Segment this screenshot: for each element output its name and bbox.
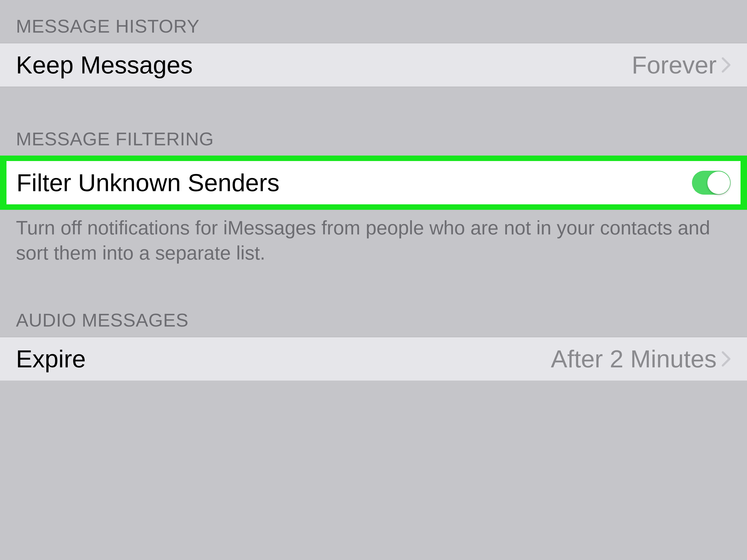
keep-messages-row[interactable]: Keep Messages Forever — [0, 43, 747, 87]
filter-unknown-highlight: Filter Unknown Senders — [0, 156, 747, 210]
section-header-audio-messages: AUDIO MESSAGES — [0, 266, 747, 337]
chevron-right-icon — [721, 350, 731, 367]
section-header-message-filtering: MESSAGE FILTERING — [0, 87, 747, 156]
expire-value: After 2 Minutes — [551, 345, 717, 373]
keep-messages-label: Keep Messages — [16, 51, 193, 79]
keep-messages-value-wrap: Forever — [632, 51, 731, 79]
filter-unknown-senders-footer: Turn off notifications for iMessages fro… — [0, 210, 747, 266]
filter-unknown-senders-label: Filter Unknown Senders — [17, 168, 279, 197]
chevron-right-icon — [721, 56, 731, 74]
toggle-knob — [707, 171, 730, 194]
expire-value-wrap: After 2 Minutes — [551, 345, 731, 373]
expire-label: Expire — [16, 345, 86, 373]
section-header-message-history: MESSAGE HISTORY — [0, 0, 747, 43]
keep-messages-value: Forever — [632, 51, 717, 79]
expire-row[interactable]: Expire After 2 Minutes — [0, 337, 747, 380]
filter-unknown-senders-row[interactable]: Filter Unknown Senders — [6, 161, 741, 204]
filter-unknown-senders-toggle[interactable] — [692, 171, 730, 195]
